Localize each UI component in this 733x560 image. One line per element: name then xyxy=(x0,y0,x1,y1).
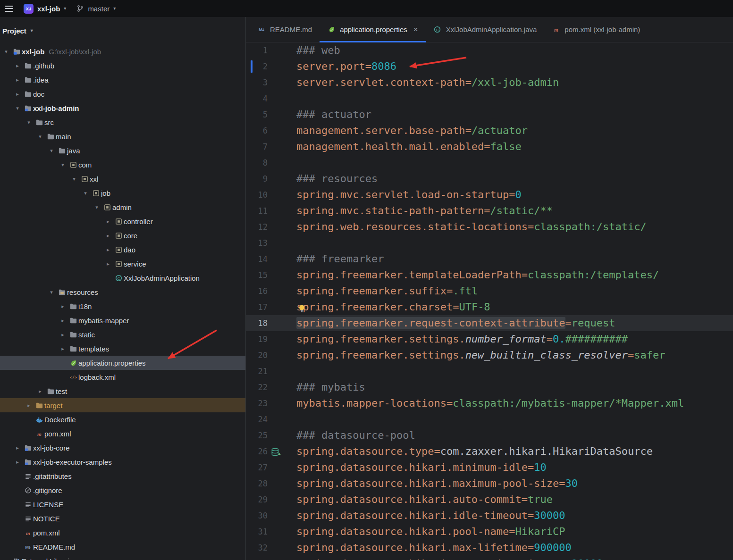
code-line-5[interactable]: 5### actuator xyxy=(246,107,733,123)
code-line-11[interactable]: 11spring.mvc.static-path-pattern=/static… xyxy=(246,203,733,219)
tree-item-service[interactable]: ▸service xyxy=(0,257,245,271)
chevron-right-icon[interactable]: ▸ xyxy=(58,346,68,352)
tree-item-job[interactable]: ▾job xyxy=(0,186,245,200)
tree-item-templates[interactable]: ▸templates xyxy=(0,342,245,356)
chevron-down-icon[interactable]: ▾ xyxy=(69,176,79,182)
tree-item-pom-xml[interactable]: mpom.xml xyxy=(0,526,245,540)
tree-item-target[interactable]: ▸target xyxy=(0,398,245,412)
tree-item-test[interactable]: ▸test xyxy=(0,384,245,398)
tree-item-resources[interactable]: ▾resources xyxy=(0,285,245,299)
code-line-20[interactable]: 20spring.freemarker.settings.new_builtin… xyxy=(246,347,733,363)
code-line-4[interactable]: 4 xyxy=(246,91,733,107)
code-line-2[interactable]: 2server.port=8086 xyxy=(246,59,733,75)
chevron-right-icon[interactable]: ▸ xyxy=(103,247,113,253)
tree-item-gitattributes[interactable]: .gitattributes xyxy=(0,469,245,483)
chevron-down-icon[interactable]: ▾ xyxy=(12,105,23,111)
code-line-7[interactable]: 7management.health.mail.enabled=false xyxy=(246,139,733,155)
code-line-22[interactable]: 22### mybatis xyxy=(246,379,733,395)
tree-item-xxl-job-core[interactable]: ▸xxl-job-core xyxy=(0,441,245,455)
chevron-right-icon[interactable]: ▸ xyxy=(103,233,113,239)
tree-item-github[interactable]: ▸.github xyxy=(0,59,245,73)
tree-item-admin[interactable]: ▾admin xyxy=(0,200,245,214)
chevron-right-icon[interactable]: ▸ xyxy=(12,63,23,69)
code-line-1[interactable]: 1### web xyxy=(246,42,733,59)
code-line-19[interactable]: 19spring.freemarker.settings.number_form… xyxy=(246,331,733,347)
chevron-down-icon[interactable]: ▾ xyxy=(46,148,57,154)
tree-item-application-properties[interactable]: application.properties xyxy=(0,356,245,370)
chevron-right-icon[interactable]: ▸ xyxy=(58,332,68,338)
branch-selector[interactable]: master ▾ xyxy=(76,5,116,13)
tree-item-dockerfile[interactable]: Dockerfile xyxy=(0,412,245,426)
chevron-right-icon[interactable]: ▸ xyxy=(12,91,23,97)
tree-item-src[interactable]: ▾src xyxy=(0,115,245,129)
tab-readme-md[interactable]: MREADME.md xyxy=(250,17,320,42)
code-line-14[interactable]: 14### freemarker xyxy=(246,251,733,267)
tree-item-dao[interactable]: ▸dao xyxy=(0,242,245,257)
tree-item-external-libraries[interactable]: ▸External Libraries xyxy=(0,554,245,560)
code-line-26[interactable]: 26spring.datasource.type=com.zaxxer.hika… xyxy=(246,443,733,460)
tree-item-i18n[interactable]: ▸i18n xyxy=(0,299,245,313)
tree-item-xxl-job-admin[interactable]: ▾xxl-job-admin xyxy=(0,101,245,115)
tree-item-xxl-job-executor-samples[interactable]: ▸xxl-job-executor-samples xyxy=(0,455,245,469)
code-line-30[interactable]: 30spring.datasource.hikari.idle-timeout=… xyxy=(246,508,733,524)
chevron-down-icon[interactable]: ▾ xyxy=(92,204,102,210)
code-line-15[interactable]: 15spring.freemarker.templateLoaderPath=c… xyxy=(246,267,733,283)
chevron-right-icon[interactable]: ▸ xyxy=(24,402,34,409)
tree-item-static[interactable]: ▸static xyxy=(0,327,245,342)
code-line-21[interactable]: 21 xyxy=(246,363,733,379)
chevron-right-icon[interactable]: ▸ xyxy=(1,558,11,560)
chevron-down-icon[interactable]: ▾ xyxy=(46,289,57,295)
tree-item-mybatis-mapper[interactable]: ▸mybatis-mapper xyxy=(0,313,245,327)
code-line-16[interactable]: 16spring.freemarker.suffix=.ftl xyxy=(246,283,733,299)
code-line-10[interactable]: 10spring.mvc.servlet.load-on-startup=0 xyxy=(246,187,733,203)
intention-bulb-icon[interactable] xyxy=(297,302,307,312)
hamburger-menu-button[interactable] xyxy=(5,6,13,12)
code-line-13[interactable]: 13 xyxy=(246,235,733,251)
chevron-down-icon[interactable]: ▾ xyxy=(58,162,68,168)
close-tab-icon[interactable]: × xyxy=(413,25,418,33)
tree-item-xxl[interactable]: ▾xxl xyxy=(0,172,245,186)
project-selector[interactable]: XJ xxl-job ▾ xyxy=(24,4,66,14)
chevron-right-icon[interactable]: ▸ xyxy=(103,218,113,225)
chevron-right-icon[interactable]: ▸ xyxy=(58,303,68,309)
tree-item-notice[interactable]: NOTICE xyxy=(0,511,245,526)
chevron-down-icon[interactable]: ▾ xyxy=(80,190,91,196)
tree-item-main[interactable]: ▾main xyxy=(0,129,245,143)
tree-item-readme-md[interactable]: MREADME.md xyxy=(0,540,245,554)
database-icon[interactable] xyxy=(270,446,281,457)
tree-item-com[interactable]: ▾com xyxy=(0,158,245,172)
chevron-right-icon[interactable]: ▸ xyxy=(35,388,45,394)
chevron-down-icon[interactable]: ▾ xyxy=(24,119,34,125)
chevron-right-icon[interactable]: ▸ xyxy=(12,459,23,465)
tree-item-logback-xml[interactable]: </>logback.xml xyxy=(0,370,245,384)
tree-item-xxl-job[interactable]: ▾xxl-jobG:\xxl-job\xxl-job xyxy=(0,44,245,59)
tab-application-properties[interactable]: application.properties× xyxy=(320,17,426,42)
tree-item-java[interactable]: ▾java xyxy=(0,143,245,158)
chevron-right-icon[interactable]: ▸ xyxy=(12,445,23,451)
tree-item-core[interactable]: ▸core xyxy=(0,228,245,242)
code-line-28[interactable]: 28spring.datasource.hikari.maximum-pool-… xyxy=(246,476,733,492)
code-line-8[interactable]: 8 xyxy=(246,155,733,171)
tree-item-license[interactable]: LICENSE xyxy=(0,497,245,511)
code-line-32[interactable]: 32spring.datasource.hikari.max-lifetime=… xyxy=(246,540,733,556)
code-line-6[interactable]: 6management.server.base-path=/actuator xyxy=(246,123,733,139)
tree-item-controller[interactable]: ▸controller xyxy=(0,214,245,228)
chevron-right-icon[interactable]: ▸ xyxy=(12,77,23,83)
tab-pom-xml-xxl-job-admin[interactable]: mpom.xml (xxl-job-admin) xyxy=(544,17,648,42)
code-line-31[interactable]: 31spring.datasource.hikari.pool-name=Hik… xyxy=(246,524,733,540)
code-line-25[interactable]: 25### datasource-pool xyxy=(246,427,733,443)
tree-item-gitignore[interactable]: .gitignore xyxy=(0,483,245,497)
code-line-33[interactable]: 33spring.datasource.hikari.connection-ti… xyxy=(246,556,733,560)
chevron-down-icon[interactable]: ▾ xyxy=(35,134,45,140)
code-line-9[interactable]: 9### resources xyxy=(246,171,733,187)
code-line-23[interactable]: 23mybatis.mapper-locations=classpath:/my… xyxy=(246,395,733,411)
code-line-29[interactable]: 29spring.datasource.hikari.auto-commit=t… xyxy=(246,492,733,508)
tree-item-xxljobadminapplication[interactable]: CXxlJobAdminApplication xyxy=(0,271,245,285)
code-line-3[interactable]: 3server.servlet.context-path=/xxl-job-ad… xyxy=(246,75,733,91)
chevron-right-icon[interactable]: ▸ xyxy=(58,318,68,324)
chevron-right-icon[interactable]: ▸ xyxy=(103,261,113,267)
tab-xxljobadminapplication-java[interactable]: CXxlJobAdminApplication.java xyxy=(426,17,545,42)
code-line-27[interactable]: 27spring.datasource.hikari.minimum-idle=… xyxy=(246,460,733,476)
chevron-down-icon[interactable]: ▾ xyxy=(1,49,11,55)
code-line-12[interactable]: 12spring.web.resources.static-locations=… xyxy=(246,219,733,235)
